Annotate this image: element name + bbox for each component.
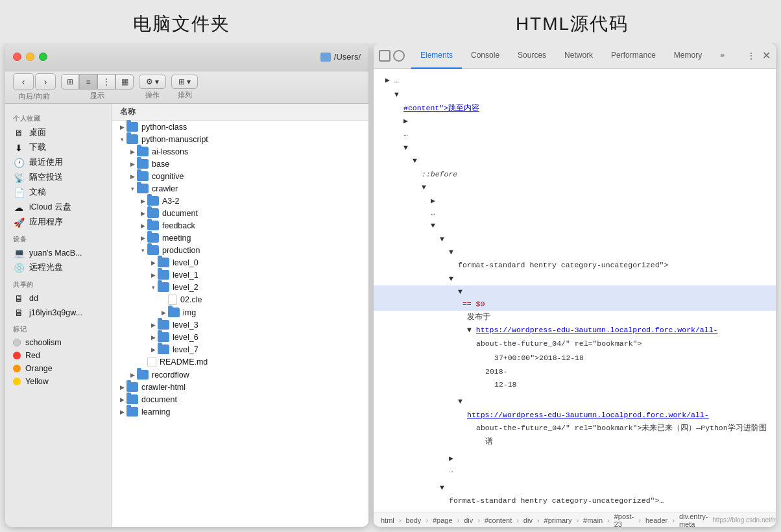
code-line[interactable]: ▶ … xyxy=(374,452,776,478)
expand-arrow[interactable]: ▶ xyxy=(159,308,168,317)
breadcrumb-item[interactable]: #content xyxy=(483,516,514,525)
file-item[interactable]: ▶img xyxy=(112,306,368,319)
sidebar-tag-yellow[interactable]: Yellow xyxy=(5,375,112,388)
sidebar-item-icloud[interactable]: ☁ iCloud 云盘 xyxy=(5,200,112,215)
breadcrumb-item[interactable]: html xyxy=(379,516,396,525)
devtools-cursor-icon[interactable] xyxy=(379,50,390,62)
expand-arrow[interactable] xyxy=(159,295,168,304)
tab-memory[interactable]: Memory xyxy=(665,43,711,69)
expand-arrow[interactable]: ▶ xyxy=(128,172,137,181)
back-button[interactable]: ‹ xyxy=(13,73,34,90)
code-line[interactable]: ▼ == $0 xyxy=(374,285,776,311)
code-line[interactable]: #content">跳至内容 xyxy=(374,102,776,115)
code-line[interactable]: ▶ … xyxy=(374,115,776,140)
code-line[interactable]: ::before xyxy=(374,168,776,181)
file-item[interactable]: ▶level_3 xyxy=(112,319,368,331)
code-line[interactable]: about-the-future_04/" rel="bookmark">未来已… xyxy=(374,422,776,435)
sort-button[interactable]: ⊞ ▾ xyxy=(171,75,198,89)
tab-console[interactable]: Console xyxy=(462,43,509,69)
code-line[interactable]: 2018- xyxy=(374,365,776,378)
expand-arrow[interactable]: ▶ xyxy=(149,345,158,354)
expand-arrow[interactable]: ▶ xyxy=(138,209,147,218)
file-item[interactable]: ▶recordflow xyxy=(112,369,368,381)
code-line[interactable]: ▼ xyxy=(374,141,776,154)
file-item[interactable]: README.md xyxy=(112,356,368,369)
expand-arrow[interactable]: ▶ xyxy=(138,221,147,230)
file-item[interactable]: ▶ducument xyxy=(112,207,368,219)
close-button[interactable] xyxy=(13,53,21,61)
code-line[interactable]: ▼ xyxy=(374,88,776,101)
expand-arrow[interactable]: ▶ xyxy=(149,271,158,280)
expand-arrow[interactable]: ▶ xyxy=(149,258,158,267)
code-line[interactable]: about-the-future_04/" rel="bookmark"> xyxy=(374,337,776,350)
expand-arrow[interactable]: ▶ xyxy=(149,320,158,330)
file-item[interactable]: ▶crawler-html xyxy=(112,381,368,393)
breadcrumb-item[interactable]: #primary xyxy=(542,516,574,525)
file-item[interactable]: ▾python-manuscript xyxy=(112,133,368,145)
devtools-menu-button[interactable]: ⋮ xyxy=(743,48,759,64)
sidebar-item-applications[interactable]: 🚀 应用程序 xyxy=(5,215,112,230)
minimize-button[interactable] xyxy=(26,53,34,61)
breadcrumb-item[interactable]: body xyxy=(403,516,423,525)
expand-arrow[interactable] xyxy=(138,357,147,367)
breadcrumb-item[interactable]: #main xyxy=(581,516,605,525)
code-line[interactable]: ▼ https://wordpress-edu-3autumn.localpro… xyxy=(374,324,776,337)
file-item[interactable]: ▾production xyxy=(112,244,368,256)
breadcrumb-item[interactable]: #post-23 xyxy=(612,513,636,527)
expand-arrow[interactable]: ▶ xyxy=(117,383,126,392)
sidebar-item-dd[interactable]: 🖥 dd xyxy=(5,291,112,306)
code-line[interactable]: 37+00:00">2018-12-18 xyxy=(374,352,776,365)
file-item[interactable]: ▶level_6 xyxy=(112,331,368,343)
tab-performance[interactable]: Performance xyxy=(602,43,665,69)
breadcrumb-item[interactable]: #page xyxy=(431,516,455,525)
devtools-code-content[interactable]: ▶ …▼ #content">跳至内容▶ …▼ ▼ ::before▼ ▶ …▼… xyxy=(374,69,776,513)
icon-view-btn[interactable]: ⊞ xyxy=(61,74,79,90)
breadcrumb-item[interactable]: div xyxy=(522,516,535,525)
column-view-btn[interactable]: ⋮ xyxy=(97,74,115,90)
expand-arrow[interactable]: ▶ xyxy=(128,147,137,156)
file-item[interactable]: ▶feedback xyxy=(112,219,368,232)
list-view-btn[interactable]: ≡ xyxy=(79,74,97,90)
sidebar-item-shared2[interactable]: 🖥 j16lyin3q9gw... xyxy=(5,306,112,320)
expand-arrow[interactable]: ▶ xyxy=(128,160,137,169)
sidebar-item-downloads[interactable]: ⬇ 下载 xyxy=(5,140,112,155)
code-line[interactable]: ▼ xyxy=(374,481,776,494)
code-line[interactable]: 12-18 xyxy=(374,378,776,391)
expand-arrow[interactable]: ▶ xyxy=(117,123,126,132)
code-line[interactable]: ▼ xyxy=(374,272,776,285)
maximize-button[interactable] xyxy=(39,53,47,61)
breadcrumb-item[interactable]: div.entry-meta xyxy=(677,513,710,527)
code-line[interactable]: https://wordpress-edu-3autumn.localprod.… xyxy=(374,409,776,422)
sidebar-item-disc[interactable]: 💿 远程光盘 xyxy=(5,260,112,275)
expand-arrow[interactable]: ▶ xyxy=(138,197,147,206)
file-item[interactable]: ▶level_1 xyxy=(112,269,368,281)
expand-arrow[interactable]: ▾ xyxy=(138,246,147,255)
sidebar-item-mac[interactable]: 💻 yuan's MacB... xyxy=(5,246,112,260)
expand-arrow[interactable]: ▶ xyxy=(117,407,126,417)
code-line[interactable]: format-standard hentry category-uncatego… xyxy=(374,494,776,507)
sidebar-item-recents[interactable]: 🕐 最近使用 xyxy=(5,155,112,170)
file-item[interactable]: ▶base xyxy=(112,158,368,170)
tab-elements[interactable]: Elements xyxy=(411,43,462,69)
sidebar-item-desktop[interactable]: 🖥 桌面 xyxy=(5,125,112,140)
expand-arrow[interactable]: ▶ xyxy=(138,234,147,243)
sidebar-item-documents[interactable]: 📄 文稿 xyxy=(5,185,112,200)
expand-arrow[interactable]: ▶ xyxy=(117,395,126,404)
sidebar-item-airdrop[interactable]: 📡 隔空投送 xyxy=(5,170,112,185)
devtools-inspect-icon[interactable] xyxy=(393,50,405,62)
tab-sources[interactable]: Sources xyxy=(509,43,555,69)
file-item[interactable]: ▶A3-2 xyxy=(112,195,368,207)
code-line[interactable]: format-standard hentry category-uncatego… xyxy=(374,259,776,272)
tab-network[interactable]: Network xyxy=(555,43,602,69)
file-item[interactable]: ▶cognitive xyxy=(112,170,368,182)
expand-arrow[interactable]: ▾ xyxy=(149,283,158,292)
gallery-view-btn[interactable]: ▦ xyxy=(115,74,134,90)
code-line[interactable]: ▼ xyxy=(374,395,776,408)
forward-button[interactable]: › xyxy=(35,73,56,90)
sidebar-tag-schoolism[interactable]: schoolism xyxy=(5,336,112,349)
breadcrumb-item[interactable]: header xyxy=(643,516,669,525)
expand-arrow[interactable]: ▾ xyxy=(128,184,137,193)
tab-more[interactable]: » xyxy=(711,43,734,69)
code-line[interactable]: ▼ xyxy=(374,154,776,167)
code-line[interactable]: ▼ xyxy=(374,181,776,194)
